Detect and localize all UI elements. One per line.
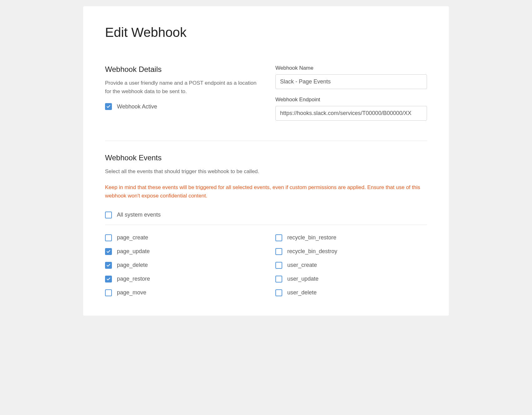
details-description: Provide a user friendly name and a POST … — [105, 79, 257, 96]
event-row[interactable]: recycle_bin_destroy — [275, 248, 427, 255]
event-checkbox[interactable] — [275, 234, 282, 241]
details-heading: Webhook Details — [105, 65, 257, 74]
event-row[interactable]: page_create — [105, 234, 257, 241]
webhook-active-checkbox[interactable] — [105, 103, 112, 110]
all-events-row[interactable]: All system events — [105, 212, 427, 218]
event-label: recycle_bin_restore — [287, 234, 336, 241]
event-checkbox[interactable] — [105, 289, 112, 296]
divider — [105, 225, 427, 225]
details-section: Webhook Details Provide a user friendly … — [105, 65, 427, 128]
event-label: page_delete — [117, 262, 148, 268]
name-input[interactable] — [275, 74, 427, 89]
events-left-column: page_createpage_updatepage_deletepage_re… — [105, 234, 257, 303]
name-field-group: Webhook Name — [275, 65, 427, 89]
webhook-active-label: Webhook Active — [117, 103, 157, 110]
event-label: user_update — [287, 276, 319, 282]
event-row[interactable]: user_create — [275, 262, 427, 269]
event-label: page_move — [117, 289, 146, 296]
event-label: recycle_bin_destroy — [287, 248, 337, 255]
event-row[interactable]: user_update — [275, 276, 427, 282]
divider — [105, 141, 427, 141]
event-label: page_update — [117, 248, 150, 255]
endpoint-input[interactable] — [275, 106, 427, 121]
endpoint-field-group: Webhook Endpoint — [275, 97, 427, 121]
event-label: page_restore — [117, 276, 150, 282]
event-checkbox[interactable] — [275, 289, 282, 296]
all-events-label: All system events — [117, 212, 161, 218]
check-icon — [106, 277, 111, 281]
page-title: Edit Webhook — [105, 25, 427, 40]
details-right: Webhook Name Webhook Endpoint — [275, 65, 427, 128]
webhook-edit-card: Edit Webhook Webhook Details Provide a u… — [83, 6, 449, 316]
event-checkbox[interactable] — [105, 234, 112, 241]
events-warning: Keep in mind that these events will be t… — [105, 183, 427, 200]
events-right-column: recycle_bin_restorerecycle_bin_destroyus… — [275, 234, 427, 303]
check-icon — [106, 249, 111, 254]
events-section: Webhook Events Select all the events tha… — [105, 153, 427, 303]
events-grid: page_createpage_updatepage_deletepage_re… — [105, 234, 427, 303]
event-checkbox[interactable] — [105, 262, 112, 269]
details-left: Webhook Details Provide a user friendly … — [105, 65, 257, 128]
event-label: user_delete — [287, 289, 317, 296]
event-checkbox[interactable] — [275, 248, 282, 255]
name-label: Webhook Name — [275, 65, 427, 71]
event-checkbox[interactable] — [105, 248, 112, 255]
event-row[interactable]: page_restore — [105, 276, 257, 282]
event-checkbox[interactable] — [105, 276, 112, 282]
event-checkbox[interactable] — [275, 262, 282, 269]
event-row[interactable]: page_update — [105, 248, 257, 255]
endpoint-label: Webhook Endpoint — [275, 97, 427, 103]
check-icon — [106, 263, 111, 268]
event-row[interactable]: page_delete — [105, 262, 257, 269]
event-row[interactable]: page_move — [105, 289, 257, 296]
all-events-checkbox[interactable] — [105, 212, 112, 218]
event-row[interactable]: recycle_bin_restore — [275, 234, 427, 241]
event-label: page_create — [117, 234, 148, 241]
check-icon — [106, 104, 111, 109]
webhook-active-row[interactable]: Webhook Active — [105, 103, 257, 110]
event-row[interactable]: user_delete — [275, 289, 427, 296]
events-description: Select all the events that should trigge… — [105, 167, 427, 176]
event-label: user_create — [287, 262, 317, 268]
events-heading: Webhook Events — [105, 153, 427, 162]
event-checkbox[interactable] — [275, 276, 282, 282]
